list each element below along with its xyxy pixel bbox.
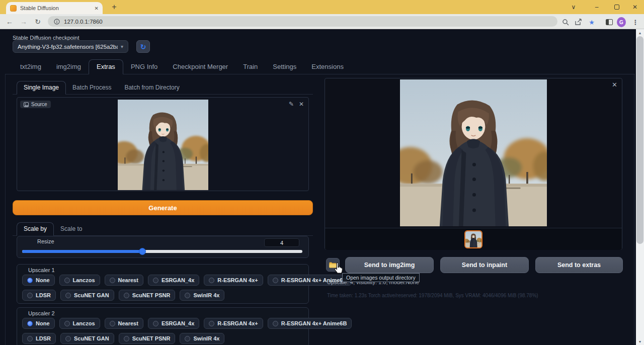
upscaler1-option-lanczos[interactable]: Lanczos [59, 275, 100, 286]
url-text: 127.0.0.1:7860 [64, 19, 103, 25]
upscaler1-option-r-esrgan-4x-[interactable]: R-ESRGAN 4x+ [204, 275, 263, 286]
refresh-checkpoint-button[interactable]: ↻ [136, 40, 150, 53]
option-label: ScuNET PSNR [132, 335, 171, 341]
scrollbar-thumb[interactable] [636, 36, 643, 244]
upscaler1-option-scunet-psnr[interactable]: ScuNET PSNR [119, 290, 176, 301]
radio-icon [64, 278, 70, 283]
tab-extras[interactable]: Extras [89, 59, 123, 74]
back-button[interactable]: ← [4, 16, 15, 27]
tab-settings[interactable]: Settings [265, 60, 304, 74]
generate-button[interactable]: Generate [13, 200, 313, 215]
tab-txt2img[interactable]: txt2img [13, 60, 49, 74]
upscaler1-option-swinir-4x[interactable]: SwinIR 4x [180, 290, 224, 301]
bookmark-star-icon[interactable]: ★ [587, 18, 596, 27]
option-label: R-ESRGAN 4x+ [217, 277, 258, 283]
screen: Stable Diffusion ✕ + ∨ – ✕ ← → ↻ 127.0.0… [0, 0, 644, 345]
send-to-extras-button[interactable]: Send to extras [535, 257, 623, 273]
output-gallery: ✕ [325, 78, 622, 250]
checkpoint-dropdown[interactable]: Anything-V3-fp32.safetensors [625a2ba2] … [13, 40, 128, 53]
site-info-icon[interactable] [54, 19, 60, 25]
close-window-button[interactable]: ✕ [630, 3, 640, 12]
upscaler1-row: LDSRScuNET GANScuNET PSNRSwinIR 4x [22, 290, 224, 301]
upscaler2-option-r-esrgan-4x-[interactable]: R-ESRGAN 4x+ [204, 318, 263, 329]
gallery-close-icon[interactable]: ✕ [612, 81, 617, 89]
send-to-inpaint-button[interactable]: Send to inpaint [440, 257, 529, 273]
option-label: R-ESRGAN 4x+ [217, 320, 258, 326]
browser-menu-icon[interactable]: ⋮ [631, 18, 640, 27]
tab-train[interactable]: Train [235, 60, 265, 74]
tab-search-icon[interactable]: ∨ [569, 3, 579, 12]
radio-icon [110, 278, 115, 283]
thumbnail-selected[interactable] [464, 230, 482, 248]
edit-image-icon[interactable]: ✎ [289, 101, 294, 108]
source-image[interactable] [118, 100, 208, 190]
tab-scale-by[interactable]: Scale by [17, 222, 54, 236]
reload-button[interactable]: ↻ [32, 16, 43, 27]
radio-icon [273, 278, 278, 283]
upscaler2-option-swinir-4x[interactable]: SwinIR 4x [180, 333, 224, 344]
upscaler1-option-nearest[interactable]: Nearest [105, 275, 143, 286]
maximize-button[interactable] [614, 5, 619, 10]
forward-button[interactable]: → [18, 16, 29, 27]
source-badge: Source [20, 101, 51, 108]
webui-page: Stable Diffusion checkpoint Anything-V3-… [0, 29, 644, 345]
new-tab-button[interactable]: + [109, 2, 120, 13]
resize-value-input[interactable] [264, 238, 299, 247]
upscaler2-option-r-esrgan-4x-anime6b[interactable]: R-ESRGAN 4x+ Anime6B [268, 318, 352, 329]
tab-img2img[interactable]: img2img [49, 60, 89, 74]
folder-tooltip: Open images output directory [342, 273, 420, 282]
upscaler2-group: Upscaler 2NoneLanczosNearestESRGAN_4xR-E… [17, 307, 309, 345]
upscaler2-option-scunet-psnr[interactable]: ScuNET PSNR [119, 333, 176, 344]
option-label: Lanczos [73, 320, 95, 326]
upscaler2-option-none[interactable]: None [22, 318, 55, 329]
upscaler2-option-nearest[interactable]: Nearest [105, 318, 143, 329]
tab-single-image[interactable]: Single Image [17, 81, 66, 95]
source-image-dropzone[interactable]: Source ✎ ✕ [17, 97, 309, 191]
tab-batch-process[interactable]: Batch Process [66, 81, 118, 94]
radio-icon [124, 293, 129, 298]
output-image[interactable] [400, 79, 547, 226]
thumbnail-image [465, 231, 481, 247]
tab-close-icon[interactable]: ✕ [95, 6, 99, 11]
radio-icon [273, 321, 278, 326]
radio-icon [27, 336, 33, 341]
tab-scale-to[interactable]: Scale to [54, 223, 89, 235]
option-label: None [36, 277, 50, 283]
upscaler2-option-lanczos[interactable]: Lanczos [59, 318, 100, 329]
upscaler1-option-scunet-gan[interactable]: ScuNET GAN [60, 290, 114, 301]
scroll-down-arrow[interactable]: ▼ [636, 338, 644, 345]
zoom-icon[interactable] [561, 18, 570, 27]
tab-checkpoint-merger[interactable]: Checkpoint Merger [165, 60, 235, 74]
tab-extensions[interactable]: Extensions [304, 60, 351, 74]
side-panel-icon[interactable] [605, 18, 614, 27]
slider-handle[interactable] [139, 248, 146, 255]
clear-image-icon[interactable]: ✕ [299, 101, 304, 108]
radio-icon [27, 321, 33, 326]
upscaler1-option-ldsr[interactable]: LDSR [22, 290, 56, 301]
option-label: ScuNET PSNR [132, 292, 171, 298]
radio-icon [185, 293, 190, 298]
send-to-img2img-button[interactable]: Send to img2img [345, 257, 434, 273]
upscaler1-option-esrgan-4x[interactable]: ESRGAN_4x [148, 275, 199, 286]
tab-png-info[interactable]: PNG Info [123, 60, 165, 74]
radio-icon [27, 278, 33, 283]
browser-tab[interactable]: Stable Diffusion ✕ [6, 2, 103, 14]
radio-icon [64, 321, 70, 326]
upscaler1-label: Upscaler 1 [28, 267, 55, 273]
option-label: ScuNET GAN [74, 335, 109, 341]
upscaler1-row: NoneLanczosNearestESRGAN_4xR-ESRGAN 4x+R… [22, 275, 352, 286]
performance-stats-text: Time taken: 1.23s Torch active/reserved:… [327, 293, 538, 298]
share-icon[interactable] [574, 18, 583, 27]
scroll-up-arrow[interactable]: ▲ [636, 29, 644, 36]
upscaler1-option-none[interactable]: None [22, 275, 55, 286]
resize-slider[interactable] [22, 249, 302, 254]
profile-avatar[interactable]: G [617, 18, 626, 27]
upscaler2-option-ldsr[interactable]: LDSR [22, 333, 56, 344]
address-bar[interactable]: 127.0.0.1:7860 [48, 16, 557, 27]
tab-batch-from-directory[interactable]: Batch from Directory [118, 81, 186, 94]
minimize-button[interactable]: – [592, 3, 602, 12]
upscaler2-option-scunet-gan[interactable]: ScuNET GAN [60, 333, 114, 344]
option-label: SwinIR 4x [193, 335, 219, 341]
option-label: R-ESRGAN 4x+ Anime6B [281, 320, 347, 326]
upscaler2-option-esrgan-4x[interactable]: ESRGAN_4x [148, 318, 199, 329]
